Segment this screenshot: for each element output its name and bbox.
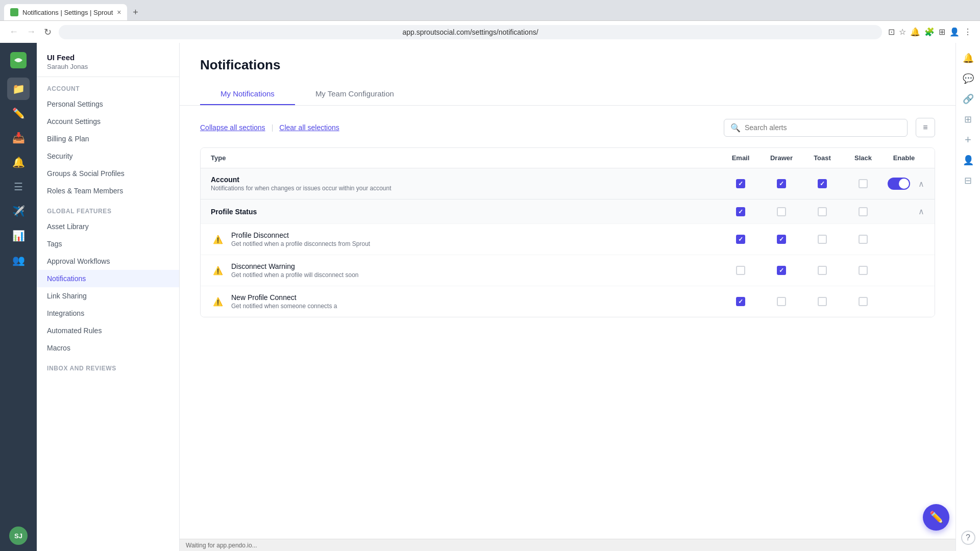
section-profile-status-header: Profile Status [201,199,935,223]
profile-disconnect-toast-checkbox[interactable] [818,235,827,244]
fab-compose-btn[interactable]: ✏️ [923,504,949,531]
col-toast: Toast [802,154,843,162]
row-profile-disconnect-info: ⚠️ Profile Disconnect Get notified when … [211,231,720,247]
warning-icon: ⚠️ [211,232,225,246]
account-email-checkbox[interactable] [736,179,745,188]
search-box: 🔍 [724,119,908,137]
disconnect-warning-email-checkbox[interactable] [736,266,745,275]
sidebar-item-account-settings[interactable]: Account Settings [37,113,179,130]
account-drawer-cell [761,179,802,188]
col-email: Email [720,154,761,162]
sidebar-item-groups-social-profiles[interactable]: Groups & Social Profiles [37,165,179,182]
url-bar[interactable] [59,25,882,39]
account-drawer-checkbox[interactable] [777,179,786,188]
extensions-btn[interactable]: ⊡ [888,27,895,37]
workspace-name: UI Feed [47,53,169,62]
disconnect-warning-slack-checkbox[interactable] [859,266,868,275]
account-toast-checkbox[interactable] [818,179,827,188]
search-input[interactable] [745,123,901,132]
right-user-add-btn[interactable]: 👤 [959,151,977,169]
profile-disconnect-slack-checkbox[interactable] [859,235,868,244]
user-avatar[interactable]: SJ [9,527,28,545]
profile-status-slack-checkbox[interactable] [859,207,868,216]
active-tab[interactable]: Notifications | Settings | Sprout × [4,4,127,20]
back-btn[interactable]: ← [8,26,19,38]
sidebar-item-roles-team-members[interactable]: Roles & Team Members [37,182,179,199]
refresh-btn[interactable]: ↻ [43,26,53,39]
sidebar-item-notifications[interactable]: Notifications [37,270,179,287]
menu-btn[interactable]: ⋮ [964,27,972,37]
sidebar-item-billing-plan[interactable]: Billing & Plan [37,130,179,147]
page-title: Notifications [200,57,935,73]
collapse-all-btn[interactable]: Collapse all sections [200,123,265,132]
puzzle-btn[interactable]: 🧩 [924,27,935,37]
new-profile-connect-toast-checkbox[interactable] [818,297,827,306]
sidebar-toggle-btn[interactable]: ⊞ [939,27,945,37]
account-slack-checkbox[interactable] [859,179,868,188]
content-area: Collapse all sections | Clear all select… [180,106,955,539]
profile-btn[interactable]: 👤 [949,27,960,37]
nav-list-icon[interactable]: ☰ [7,176,30,198]
account-enable-cell: ∧ [884,178,924,190]
sidebar-item-personal-settings[interactable]: Personal Settings [37,95,179,113]
section-profile-status-collapse-btn[interactable]: ∧ [918,207,924,216]
profile-disconnect-slack-cell [843,235,884,244]
profile-status-enable-cell: ∧ [884,207,924,216]
profile-status-toast-checkbox[interactable] [818,207,827,216]
toolbar-separator: | [272,123,274,132]
profile-disconnect-email-cell [720,235,761,244]
nav-analytics-icon[interactable]: 📊 [7,224,30,247]
address-bar: ← → ↻ ⊡ ☆ 🔔 🧩 ⊞ 👤 ⋮ [0,20,980,43]
filter-button[interactable]: ≡ [916,118,935,137]
nav-feed-icon[interactable]: 📁 [7,78,30,100]
right-help-btn[interactable]: ? [961,531,975,545]
clear-all-btn[interactable]: Clear all selections [279,123,339,132]
nav-inbox-icon[interactable]: 📥 [7,127,30,149]
star-btn[interactable]: ☆ [899,27,906,37]
row-disconnect-warning-text: Disconnect Warning Get notified when a p… [231,262,358,279]
right-add-btn[interactable]: + [959,131,977,149]
profile-status-drawer-checkbox[interactable] [777,207,786,216]
sidebar-item-integrations[interactable]: Integrations [37,305,179,322]
tab-close-btn[interactable]: × [117,8,121,16]
forward-btn[interactable]: → [26,26,37,38]
tab-my-team-configuration[interactable]: My Team Configuration [295,83,414,105]
account-enable-toggle[interactable] [888,178,910,190]
right-grid-btn[interactable]: ⊞ [959,110,977,129]
sidebar-item-macros[interactable]: Macros [37,339,179,357]
disconnect-warning-toast-checkbox[interactable] [818,266,827,275]
profile-disconnect-email-checkbox[interactable] [736,235,745,244]
sidebar-item-tags[interactable]: Tags [37,235,179,253]
tab-my-notifications[interactable]: My Notifications [200,83,295,105]
profile-disconnect-drawer-checkbox[interactable] [777,235,786,244]
disconnect-warning-drawer-checkbox[interactable] [777,266,786,275]
status-text: Waiting for app.pendo.io... [186,542,257,549]
alert-btn[interactable]: 🔔 [910,27,920,37]
browser-chrome: Notifications | Settings | Sprout × + ← … [0,0,980,43]
section-account-collapse-btn[interactable]: ∧ [918,179,924,189]
sidebar-item-automated-rules[interactable]: Automated Rules [37,322,179,339]
sidebar-item-asset-library[interactable]: Asset Library [37,218,179,235]
right-link-btn[interactable]: 🔗 [959,90,977,108]
new-profile-connect-drawer-checkbox[interactable] [777,297,786,306]
nav-compose-icon[interactable]: ✏️ [7,102,30,124]
new-profile-connect-email-checkbox[interactable] [736,297,745,306]
sidebar-item-security[interactable]: Security [37,147,179,165]
row-profile-disconnect-title: Profile Disconnect [231,231,370,239]
profile-status-email-checkbox[interactable] [736,207,745,216]
nav-bell-icon[interactable]: 🔔 [7,151,30,173]
row-new-profile-connect-title: New Profile Connect [231,293,337,302]
sidebar-item-approval-workflows[interactable]: Approval Workflows [37,253,179,270]
col-type: Type [211,154,720,162]
right-message-btn[interactable]: 💬 [959,69,977,88]
right-table-btn[interactable]: ⊟ [959,171,977,190]
section-profile-status: Profile Status [201,199,935,317]
nav-people-icon[interactable]: 👥 [7,249,30,271]
right-notification-btn[interactable]: 🔔 [959,49,977,67]
nav-send-icon[interactable]: ✈️ [7,200,30,222]
new-tab-btn[interactable]: + [127,4,143,20]
new-profile-connect-slack-checkbox[interactable] [859,297,868,306]
logo[interactable] [7,49,30,71]
sidebar-item-link-sharing[interactable]: Link Sharing [37,287,179,305]
row-disconnect-warning-desc: Get notified when a profile will disconn… [231,271,358,279]
